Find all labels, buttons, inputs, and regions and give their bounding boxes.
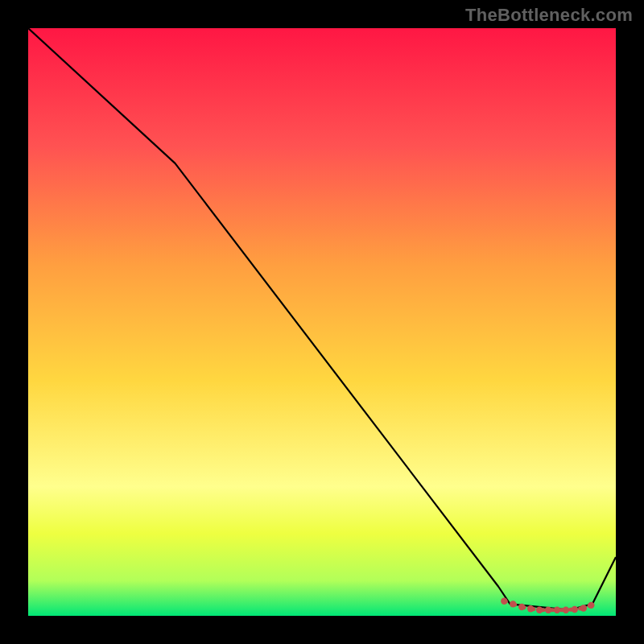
optimal-zone-marker (518, 604, 525, 610)
optimal-zone-marker (527, 605, 534, 612)
optimal-zone-marker (554, 607, 560, 613)
gradient-background (28, 28, 616, 616)
optimal-zone-marker (536, 607, 543, 613)
bottleneck-chart (28, 28, 616, 616)
optimal-zone-marker (501, 598, 507, 605)
optimal-zone-marker (572, 606, 578, 613)
optimal-zone-marker (580, 605, 587, 611)
optimal-zone-marker (588, 602, 594, 609)
optimal-zone-marker (510, 601, 516, 607)
optimal-zone-marker (563, 607, 569, 613)
chart-stage: TheBottleneck.com (0, 0, 644, 644)
watermark-text: TheBottleneck.com (465, 5, 633, 26)
plot-area (28, 28, 616, 616)
optimal-zone-marker (545, 607, 551, 613)
